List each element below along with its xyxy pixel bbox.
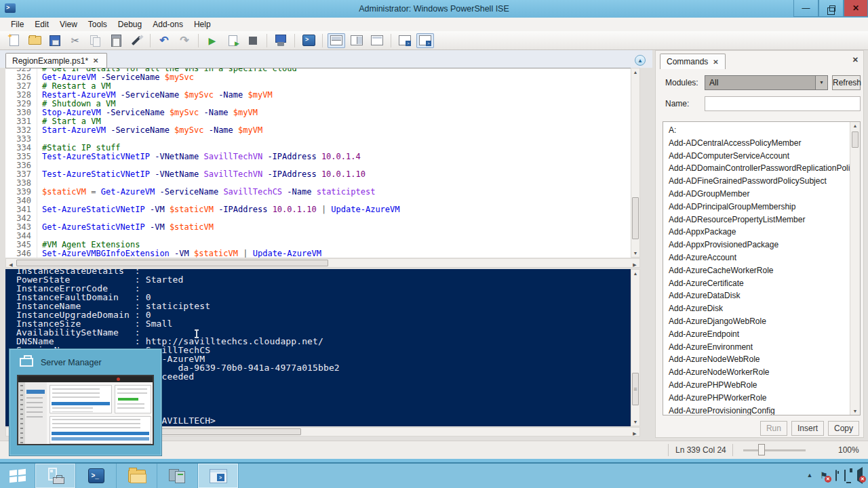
script-pane-top-icon[interactable] — [328, 33, 345, 48]
run-selection-icon[interactable] — [224, 33, 241, 48]
command-list-item[interactable]: Add-AzureEndpoint — [669, 328, 860, 341]
console-vscroll-thumb[interactable] — [632, 373, 639, 405]
save-script-icon[interactable] — [46, 33, 64, 48]
command-list-item[interactable]: Add-ADFineGrainedPasswordPolicySubject — [669, 175, 860, 188]
thumbnail-preview[interactable] — [17, 375, 154, 445]
command-list-item[interactable]: Add-AzureCertificate — [669, 277, 860, 290]
scroll-down-icon[interactable]: ▼ — [631, 251, 639, 256]
taskbar-thumbnail-server-manager[interactable]: Server Manager — [9, 349, 161, 455]
new-remote-powershell-tab-icon[interactable] — [272, 33, 290, 48]
taskbar-server-apps[interactable] — [157, 464, 198, 488]
script-pane-right-icon[interactable] — [348, 33, 366, 48]
restore-button[interactable] — [818, 0, 844, 17]
stop-operation-icon[interactable] — [244, 33, 262, 48]
insert-button[interactable]: Insert — [791, 421, 824, 436]
command-list-item[interactable]: Add-AzureNodeWorkerRole — [669, 366, 860, 379]
menu-view[interactable]: View — [54, 18, 83, 30]
commands-tab[interactable]: Commands ✕ — [660, 54, 726, 69]
run-script-icon[interactable] — [203, 33, 221, 48]
collapse-script-pane-button[interactable]: ▲ — [635, 55, 646, 66]
zoom-slider[interactable] — [743, 449, 806, 451]
commands-tab-close-icon[interactable]: ✕ — [713, 58, 718, 66]
chevron-down-icon[interactable]: ▼ — [815, 76, 827, 89]
modules-dropdown[interactable]: All ▼ — [705, 75, 828, 90]
close-button[interactable]: ✕ — [844, 0, 868, 17]
command-list-item[interactable]: Add-AzurePHPWorkerRole — [669, 392, 860, 405]
command-list-item[interactable]: Add-ADDomainControllerPasswordReplicatio… — [669, 162, 860, 175]
action-center-flag-icon[interactable]: ⚑✕ — [820, 470, 828, 481]
command-list-item[interactable]: Add-AzureDjangoWebRole — [669, 315, 860, 328]
power-icon[interactable] — [835, 470, 837, 481]
command-list-item[interactable]: Add-ADPrincipalGroupMembership — [669, 201, 860, 214]
toggle-console-pane-icon[interactable] — [416, 33, 434, 48]
toggle-script-pane-icon[interactable] — [396, 33, 414, 48]
taskbar-server-manager[interactable] — [35, 464, 76, 488]
undo-icon[interactable] — [155, 33, 173, 48]
minimize-button[interactable]: — — [793, 0, 818, 17]
tab-close-icon[interactable]: ✕ — [93, 57, 98, 64]
clear-console-icon[interactable] — [127, 33, 145, 48]
start-button[interactable] — [0, 464, 35, 488]
command-list-vscrollbar[interactable]: ▲ ▼ — [850, 122, 860, 415]
panel-close-icon[interactable]: ✕ — [852, 56, 859, 64]
scroll-up-icon[interactable]: ▲ — [631, 271, 639, 276]
console-vscrollbar[interactable]: ▲ ▼ — [631, 269, 640, 426]
command-list-item[interactable]: Add-AppxPackage — [669, 226, 860, 239]
paste-icon[interactable] — [107, 33, 125, 48]
open-script-icon[interactable] — [26, 33, 43, 48]
menu-edit[interactable]: Edit — [29, 18, 54, 30]
cut-icon[interactable] — [66, 33, 84, 48]
command-list-item[interactable]: Add-ADCentralAccessPolicyMember — [669, 137, 860, 150]
run-button[interactable]: Run — [760, 421, 787, 436]
editor-hscroll-thumb[interactable] — [16, 260, 328, 266]
command-list-item[interactable]: Add-AzureEnvironment — [669, 341, 860, 354]
command-list-vscroll-thumb[interactable] — [852, 131, 859, 148]
menu-addons[interactable]: Add-ons — [147, 18, 189, 30]
refresh-button[interactable]: Refresh — [832, 75, 861, 90]
editor-vscrollbar[interactable]: ▲ ▼ — [631, 68, 640, 258]
menu-tools[interactable]: Tools — [83, 18, 113, 30]
new-script-icon[interactable] — [5, 33, 23, 48]
scroll-left-icon[interactable]: ◀ — [6, 260, 16, 270]
command-list[interactable]: A:Add-ADCentralAccessPolicyMemberAdd-ADC… — [663, 121, 861, 415]
scroll-down-icon[interactable]: ▼ — [850, 409, 860, 413]
command-list-item[interactable]: Add-AzureNodeWebRole — [669, 353, 860, 366]
scroll-right-icon[interactable]: ▶ — [630, 429, 639, 439]
scroll-down-icon[interactable]: ▼ — [631, 420, 639, 424]
volume-muted-icon[interactable]: ✕ — [857, 470, 863, 481]
hidden-icons-chevron-icon[interactable]: ▲ — [806, 472, 812, 479]
command-list-item[interactable]: Add-AzurePHPWebRole — [669, 379, 860, 392]
name-input[interactable] — [705, 96, 861, 111]
redo-icon[interactable] — [176, 33, 193, 48]
editor-vscroll-thumb[interactable] — [632, 197, 639, 239]
taskbar-powershell-console[interactable]: >_ — [76, 464, 117, 488]
copy-icon[interactable] — [87, 33, 104, 48]
scroll-up-icon[interactable]: ▲ — [850, 123, 860, 128]
command-list-item[interactable]: Add-AzureCacheWorkerRole — [669, 264, 860, 277]
command-list-item[interactable]: Add-ADResourcePropertyListMember — [669, 214, 860, 226]
menu-file[interactable]: File — [5, 18, 29, 30]
scroll-up-icon[interactable]: ▲ — [631, 70, 639, 75]
command-list-item[interactable]: Add-ADGroupMember — [669, 188, 860, 201]
command-list-item[interactable]: Add-AzureDataDisk — [669, 289, 860, 302]
script-editor[interactable]: 325# Get IP details for all the VMs in a… — [5, 68, 631, 258]
network-icon[interactable] — [844, 470, 846, 481]
scroll-right-icon[interactable]: ▶ — [630, 260, 639, 270]
menu-debug[interactable]: Debug — [113, 18, 147, 30]
command-list-item[interactable]: Add-AppxProvisionedPackage — [669, 239, 860, 251]
command-list-item[interactable]: A: — [669, 124, 860, 137]
script-pane-maximized-icon[interactable] — [368, 33, 386, 48]
command-list-item[interactable]: Add-AzureAccount — [669, 251, 860, 264]
taskbar-powershell-ise[interactable] — [198, 464, 239, 488]
text-cursor-pointer — [196, 330, 197, 338]
copy-button[interactable]: Copy — [828, 421, 859, 436]
editor-hscrollbar[interactable]: ◀ ▶ — [5, 258, 640, 268]
zoom-slider-thumb[interactable] — [758, 444, 765, 455]
menu-help[interactable]: Help — [189, 18, 216, 30]
command-list-item[interactable]: Add-ADComputerServiceAccount — [669, 150, 860, 163]
script-tab[interactable]: RegionExample.ps1* ✕ — [5, 53, 107, 68]
command-list-item[interactable]: Add-AzureDisk — [669, 302, 860, 315]
command-list-item[interactable]: Add-AzureProvisioningConfig — [669, 405, 860, 415]
taskbar-file-explorer[interactable] — [117, 464, 157, 488]
start-powershell-icon[interactable] — [300, 33, 317, 48]
